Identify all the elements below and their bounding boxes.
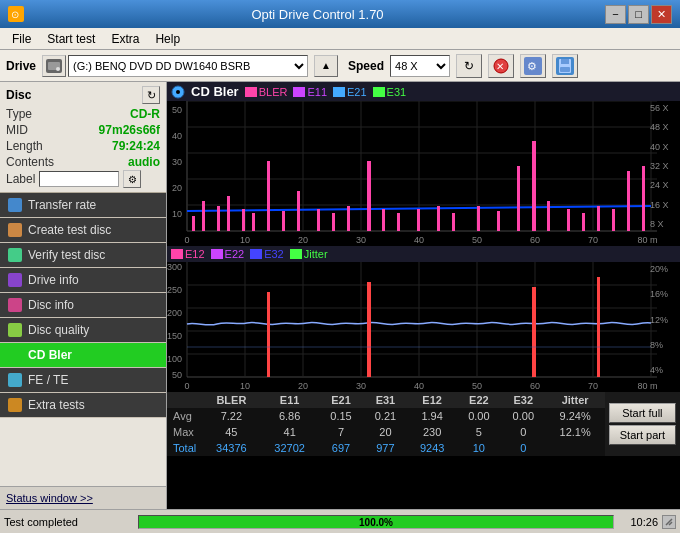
disc-create-icon	[8, 223, 22, 237]
refresh-button[interactable]: ↻	[456, 54, 482, 78]
start-full-button[interactable]: Start full	[609, 403, 676, 423]
menu-extra[interactable]: Extra	[103, 30, 147, 48]
svg-text:0: 0	[184, 235, 189, 245]
sidebar: Disc ↻ Type CD-R MID 97m26s66f Length 79…	[0, 82, 167, 509]
avg-e21: 0.15	[319, 408, 363, 424]
legend-label-bler: BLER	[259, 86, 288, 98]
svg-rect-11	[561, 59, 569, 64]
sidebar-item-verify-test-disc[interactable]: Verify test disc	[0, 243, 166, 268]
sidebar-item-disc-info[interactable]: Disc info	[0, 293, 166, 318]
max-label: Max	[167, 424, 202, 440]
disc-contents-row: Contents audio	[6, 154, 160, 170]
legend-e21: E21	[333, 86, 367, 98]
drive-select[interactable]: (G:) BENQ DVD DD DW1640 BSRB	[68, 55, 308, 77]
chart2-y-axis-right: 20% 16% 12% 8% 4%	[650, 262, 680, 377]
minimize-button[interactable]: −	[605, 5, 626, 24]
svg-text:80 min: 80 min	[637, 381, 657, 391]
svg-text:10: 10	[172, 209, 182, 219]
title-bar: ⊙ Opti Drive Control 1.70 − □ ✕	[0, 0, 680, 28]
sidebar-item-drive-info[interactable]: Drive info	[0, 268, 166, 293]
svg-rect-34	[217, 206, 220, 231]
sidebar-item-extra-tests[interactable]: Extra tests	[0, 393, 166, 418]
verify-icon	[8, 248, 22, 262]
total-bler: 34376	[202, 440, 260, 456]
svg-rect-55	[567, 209, 570, 231]
menu-help[interactable]: Help	[147, 30, 188, 48]
y-axis-pct-20: 20%	[650, 264, 680, 274]
close-button[interactable]: ✕	[651, 5, 672, 24]
svg-text:20: 20	[298, 381, 308, 391]
disc-title: Disc	[6, 88, 31, 102]
window-title: Opti Drive Control 1.70	[30, 7, 605, 22]
nav-section: Transfer rate Create test disc Verify te…	[0, 193, 166, 486]
action-buttons: Start full Start part	[605, 392, 680, 456]
stats-row-max: Max 45 41 7 20 230 5 0 12.1%	[167, 424, 605, 440]
y-axis-label-48x: 48 X	[650, 122, 680, 132]
quality-icon	[8, 323, 22, 337]
svg-rect-50	[477, 206, 480, 231]
disc-refresh-button[interactable]: ↻	[142, 86, 160, 104]
eject-button[interactable]: ▲	[314, 55, 338, 77]
status-time: 10:26	[618, 516, 658, 528]
disc-type-label: Type	[6, 107, 32, 121]
drive-icon-btn	[42, 55, 66, 77]
disc-label-button[interactable]: ⚙	[123, 170, 141, 188]
total-e31: 977	[363, 440, 407, 456]
menu-start-test[interactable]: Start test	[39, 30, 103, 48]
sidebar-item-create-test-disc[interactable]: Create test disc	[0, 218, 166, 243]
nav-label-disc-quality: Disc quality	[28, 323, 89, 337]
total-e32: 0	[501, 440, 545, 456]
avg-e22: 0.00	[457, 408, 501, 424]
chart1-area: 50 40 30 20 10 0 10 20 30 40 50 60 70 80…	[167, 101, 680, 246]
legend-jitter: Jitter	[290, 248, 328, 260]
legend-color-e21	[333, 87, 345, 97]
status-resize-icon[interactable]	[662, 515, 676, 529]
svg-rect-75	[167, 262, 657, 392]
disc-length-label: Length	[6, 139, 43, 153]
sidebar-item-transfer-rate[interactable]: Transfer rate	[0, 193, 166, 218]
start-part-button[interactable]: Start part	[609, 425, 676, 445]
max-bler: 45	[202, 424, 260, 440]
erase-button[interactable]: ✕	[488, 54, 514, 78]
sidebar-item-fe-te[interactable]: FE / TE	[0, 368, 166, 393]
svg-rect-57	[597, 206, 600, 231]
disc-label-input[interactable]	[39, 171, 119, 187]
disc-label-row: Label ⚙	[6, 170, 160, 188]
legend-label-e21: E21	[347, 86, 367, 98]
maximize-button[interactable]: □	[628, 5, 649, 24]
svg-text:40: 40	[414, 381, 424, 391]
legend-e12: E12	[171, 248, 205, 260]
settings-button[interactable]: ⚙	[520, 54, 546, 78]
y-axis-pct-4: 4%	[650, 365, 680, 375]
legend-e31: E31	[373, 86, 407, 98]
speed-select[interactable]: 48 X	[390, 55, 450, 77]
avg-jitter: 9.24%	[546, 408, 605, 424]
svg-rect-52	[517, 166, 520, 231]
disc-section: Disc ↻ Type CD-R MID 97m26s66f Length 79…	[0, 82, 166, 193]
svg-rect-44	[367, 161, 371, 231]
disc-contents-value: audio	[128, 155, 160, 169]
stats-header-jitter: Jitter	[546, 392, 605, 408]
legend-color-e22	[211, 249, 223, 259]
nav-label-transfer-rate: Transfer rate	[28, 198, 96, 212]
disc-type-row: Type CD-R	[6, 106, 160, 122]
svg-text:200: 200	[167, 308, 182, 318]
sidebar-item-cd-bler[interactable]: CD Bler	[0, 343, 166, 368]
y-axis-label-16x: 16 X	[650, 200, 680, 210]
status-window-button[interactable]: Status window >>	[0, 486, 166, 509]
y-axis-label-24x: 24 X	[650, 180, 680, 190]
menu-file[interactable]: File	[4, 30, 39, 48]
disc-length-row: Length 79:24:24	[6, 138, 160, 154]
svg-rect-41	[317, 209, 320, 231]
menu-bar: File Start test Extra Help	[0, 28, 680, 50]
svg-rect-32	[192, 216, 195, 231]
svg-text:30: 30	[172, 157, 182, 167]
nav-label-disc-info: Disc info	[28, 298, 74, 312]
sidebar-item-disc-quality[interactable]: Disc quality	[0, 318, 166, 343]
disc-label-label: Label	[6, 172, 35, 186]
svg-text:⊙: ⊙	[11, 9, 19, 20]
save-button[interactable]	[552, 54, 578, 78]
y-axis-pct-8: 8%	[650, 340, 680, 350]
fe-te-icon	[8, 373, 22, 387]
stats-header-bler: BLER	[202, 392, 260, 408]
